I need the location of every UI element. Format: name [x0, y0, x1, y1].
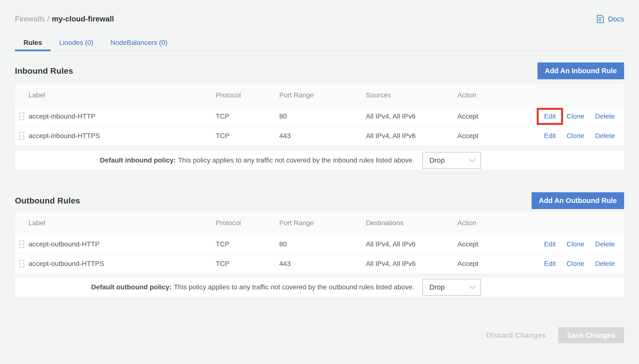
rule-port-range: 443: [279, 132, 366, 140]
column-header-sources: Sources: [366, 91, 457, 99]
outbound-table-header: Label Protocol Port Range Destinations A…: [15, 212, 624, 234]
inbound-rules-title: Inbound Rules: [15, 66, 73, 76]
inbound-policy-row: Default inbound policy: This policy appl…: [15, 151, 624, 170]
chevron-down-icon: [469, 156, 476, 164]
breadcrumb-current-firewall: my-cloud-firewall: [52, 15, 114, 24]
drag-handle-icon[interactable]: [19, 112, 25, 120]
chevron-down-icon: [469, 283, 476, 291]
outbound-rules-title: Outbound Rules: [15, 196, 80, 206]
rule-port-range: 80: [279, 112, 366, 120]
rule-destinations: All IPv4, All IPv6: [366, 260, 457, 268]
edit-link[interactable]: Edit: [544, 240, 556, 248]
docs-label: Docs: [608, 15, 624, 23]
outbound-policy-value: Drop: [429, 283, 445, 291]
rule-action: Accept: [457, 240, 535, 248]
outbound-rule-row-https: accept-outbound-HTTPS TCP 443 All IPv4, …: [15, 254, 624, 273]
inbound-rule-row-https: accept-inbound-HTTPS TCP 443 All IPv4, A…: [15, 126, 624, 146]
tab-bar: Rules Linodes (0) NodeBalancers (0): [15, 36, 624, 51]
rule-protocol: TCP: [216, 240, 279, 248]
edit-highlight-annotation: Edit: [537, 108, 563, 125]
column-header-protocol: Protocol: [216, 219, 279, 227]
tab-linodes[interactable]: Linodes (0): [51, 36, 102, 51]
save-changes-button[interactable]: Save Changes: [558, 327, 624, 343]
column-header-label: Label: [29, 219, 216, 227]
inbound-policy-value: Drop: [429, 156, 445, 164]
inbound-rules-table: Label Protocol Port Range Sources Action…: [15, 84, 624, 146]
footer-actions: Discard Changes Save Changes: [15, 327, 624, 344]
outbound-section-header: Outbound Rules Add An Outbound Rule: [15, 192, 624, 209]
delete-link[interactable]: Delete: [595, 240, 615, 248]
rule-destinations: All IPv4, All IPv6: [366, 240, 457, 248]
edit-link[interactable]: Edit: [544, 112, 556, 120]
inbound-section-header: Inbound Rules Add An Inbound Rule: [15, 62, 624, 80]
inbound-policy-description: This policy applies to any traffic not c…: [178, 156, 414, 164]
rule-protocol: TCP: [216, 260, 279, 268]
add-inbound-rule-button[interactable]: Add An Inbound Rule: [537, 62, 624, 79]
outbound-policy-description: This policy applies to any traffic not c…: [174, 283, 414, 291]
outbound-policy-label: Default outbound policy:: [91, 283, 172, 291]
column-header-port-range: Port Range: [279, 91, 366, 99]
column-header-label: Label: [29, 91, 216, 99]
delete-link[interactable]: Delete: [595, 132, 615, 140]
outbound-policy-select[interactable]: Drop: [422, 279, 481, 296]
rule-sources: All IPv4, All IPv6: [366, 112, 457, 120]
tab-nodebalancers[interactable]: NodeBalancers (0): [102, 36, 176, 51]
rule-port-range: 443: [279, 260, 366, 268]
firewall-detail-page: Firewalls / my-cloud-firewall Docs Rules…: [15, 14, 624, 344]
add-outbound-rule-button[interactable]: Add An Outbound Rule: [532, 192, 624, 209]
drag-handle-icon[interactable]: [19, 240, 25, 248]
rule-protocol: TCP: [216, 112, 279, 120]
clone-link[interactable]: Clone: [566, 132, 584, 140]
rule-port-range: 80: [279, 240, 366, 248]
column-header-protocol: Protocol: [216, 91, 279, 99]
delete-link[interactable]: Delete: [595, 260, 615, 268]
clone-link[interactable]: Clone: [566, 260, 584, 268]
rule-label: accept-outbound-HTTPS: [29, 260, 216, 268]
column-header-destinations: Destinations: [366, 219, 457, 227]
discard-changes-button[interactable]: Discard Changes: [486, 331, 546, 339]
inbound-policy-select[interactable]: Drop: [422, 152, 481, 169]
edit-link[interactable]: Edit: [544, 132, 556, 140]
inbound-rule-row-http: accept-inbound-HTTP TCP 80 All IPv4, All…: [15, 106, 624, 126]
rule-sources: All IPv4, All IPv6: [366, 132, 457, 140]
document-icon: [595, 14, 605, 24]
inbound-table-header: Label Protocol Port Range Sources Action: [15, 84, 624, 106]
rule-label: accept-inbound-HTTPS: [29, 132, 216, 140]
outbound-rules-table: Label Protocol Port Range Destinations A…: [15, 212, 624, 273]
breadcrumb-separator: /: [47, 15, 49, 24]
column-header-action: Action: [457, 219, 535, 227]
outbound-policy-row: Default outbound policy: This policy app…: [15, 278, 624, 297]
drag-handle-icon[interactable]: [19, 260, 25, 268]
rule-action: Accept: [457, 132, 535, 140]
column-header-port-range: Port Range: [279, 219, 366, 227]
rule-label: accept-inbound-HTTP: [29, 112, 216, 120]
breadcrumb-firewalls-link[interactable]: Firewalls: [15, 15, 45, 24]
drag-handle-icon[interactable]: [19, 132, 25, 140]
breadcrumb: Firewalls / my-cloud-firewall: [15, 15, 114, 24]
top-bar: Firewalls / my-cloud-firewall Docs: [15, 14, 624, 24]
docs-link[interactable]: Docs: [595, 14, 624, 24]
column-header-action: Action: [457, 91, 535, 99]
rule-action: Accept: [457, 112, 535, 120]
rule-protocol: TCP: [216, 132, 279, 140]
tab-rules[interactable]: Rules: [15, 36, 51, 51]
edit-link[interactable]: Edit: [544, 260, 556, 268]
rule-action: Accept: [457, 260, 535, 268]
clone-link[interactable]: Clone: [566, 240, 584, 248]
delete-link[interactable]: Delete: [595, 112, 615, 120]
outbound-rule-row-http: accept-outbound-HTTP TCP 80 All IPv4, Al…: [15, 234, 624, 254]
clone-link[interactable]: Clone: [566, 112, 584, 120]
inbound-policy-label: Default inbound policy:: [100, 156, 176, 164]
rule-label: accept-outbound-HTTP: [29, 240, 216, 248]
